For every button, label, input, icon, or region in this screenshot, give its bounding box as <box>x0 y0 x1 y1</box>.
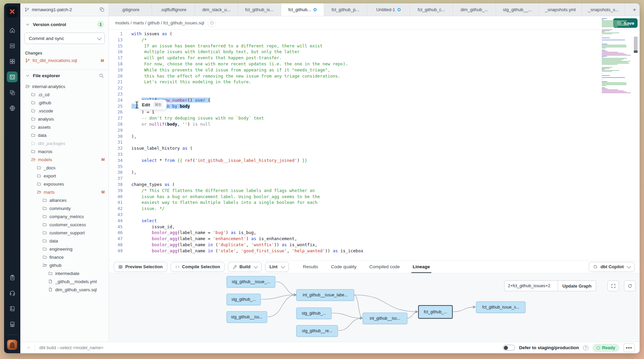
user-avatar[interactable] <box>7 340 17 350</box>
tree-item-dim_github_users.sql[interactable]: dim_github_users.sql <box>20 286 109 294</box>
tasks-icon[interactable] <box>7 272 18 283</box>
tree-item-github[interactable]: github <box>20 261 109 269</box>
docs-icon[interactable] <box>7 303 18 314</box>
environments-icon[interactable] <box>7 87 18 98</box>
file-tab-1[interactable]: .sqlfluffignore <box>152 3 195 16</box>
lineage-node-4[interactable]: stg_github_... <box>296 308 331 319</box>
result-tab-code-quality[interactable]: Code quality <box>331 260 357 273</box>
tree-item-label: exposures <box>44 182 64 187</box>
new-tab-button[interactable]: + <box>629 3 640 16</box>
file-tab-5[interactable]: fct_github_p... <box>324 3 367 16</box>
tree-item-analysis[interactable]: analysis <box>20 115 109 123</box>
fullscreen-button[interactable] <box>607 280 619 291</box>
tree-item-engineering[interactable]: engineering <box>20 245 109 253</box>
tree-item-exposures[interactable]: exposures <box>20 180 109 188</box>
result-tab-compiled-code[interactable]: Compiled code <box>369 260 400 273</box>
refresh-graph-button[interactable] <box>624 280 636 291</box>
changed-file-row[interactable]: fct_dbt_invocations.sqlM <box>20 56 109 65</box>
lineage-selector-input[interactable]: 2+fct_github_issues+2 <box>504 280 558 291</box>
dbt-copilot-button[interactable]: dbt Copilot <box>589 262 635 272</box>
tree-item-customer_success[interactable]: customer_success <box>20 220 109 229</box>
line-number: 27 <box>109 115 123 121</box>
command-input[interactable]: dbt build --select <model_name> <box>39 345 103 350</box>
search-icon[interactable] <box>99 73 104 78</box>
file-tab-10[interactable]: _snapshots.yml <box>539 3 582 16</box>
lint-button[interactable]: Lint <box>265 262 289 272</box>
tree-item-marts[interactable]: martsM <box>20 188 109 196</box>
update-graph-button[interactable]: Update Graph <box>558 280 596 291</box>
commit-and-sync-select[interactable]: Commit and sync <box>24 33 105 44</box>
tree-item-company_metrics[interactable]: company_metrics <box>20 212 109 220</box>
minimap[interactable] <box>602 18 631 93</box>
terminal-icon[interactable] <box>7 319 18 330</box>
preview-selection-button[interactable]: Preview Selection <box>114 262 167 272</box>
file-tab-3[interactable]: fct_github_is... <box>238 3 281 16</box>
tree-item-assets[interactable]: assets <box>20 123 109 131</box>
dashboard-icon[interactable] <box>7 56 18 67</box>
lineage-node-3[interactable]: int_github__issue_labe... <box>296 289 354 301</box>
edit-tooltip-shortcut: ⌘B <box>153 102 163 108</box>
copy-icon[interactable] <box>100 7 105 12</box>
tree-item-intermediate[interactable]: intermediate <box>20 269 109 277</box>
branch-selector[interactable]: mirnawong1-patch-2 <box>20 3 109 16</box>
tree-item-dbt_packages[interactable]: dbt_packages <box>20 139 109 147</box>
code-line-19: 19 While this prevents the old issue fro… <box>109 67 640 73</box>
defer-toggle[interactable] <box>503 345 515 351</box>
lineage-node-1[interactable]: stg_github_... <box>227 294 261 305</box>
lineage-node-5[interactable]: stg_github__re... <box>296 325 338 337</box>
file-tab-7[interactable]: fct_github_c... <box>410 3 453 16</box>
tree-item-data[interactable]: data <box>20 131 109 139</box>
edit-tooltip[interactable]: Edit ⌘B <box>138 100 167 110</box>
tree-item-label: customer_support <box>49 230 85 235</box>
file-tab-4[interactable]: fct_github... <box>281 3 324 16</box>
app-window: ✕ mirnawong1-patch-2 .gitignore.sqlfluff… <box>4 3 640 353</box>
file-tab-2[interactable]: dim_slack_u... <box>195 3 238 16</box>
file-tab-11[interactable]: _snapshots_s... <box>582 3 625 16</box>
tree-item-.ci_cd[interactable]: .ci_cd <box>20 90 109 99</box>
more-options-button[interactable]: ••• <box>623 343 635 352</box>
lineage-node-0[interactable]: stg_github__issue_... <box>227 276 275 288</box>
text-cursor-icon <box>135 102 139 108</box>
tree-item-.vscode[interactable]: .vscode <box>20 107 109 115</box>
result-tab-results[interactable]: Results <box>303 260 318 273</box>
projects-icon[interactable] <box>7 40 18 51</box>
home-icon[interactable] <box>7 25 18 36</box>
file-tab-8[interactable]: dim_github_... <box>453 3 496 16</box>
version-control-header[interactable]: Version control 1 <box>20 16 109 30</box>
tree-item-_github__models.yml[interactable]: _github__models.yml <box>20 277 109 286</box>
file-explorer-header[interactable]: File explorer <box>20 70 109 81</box>
code-editor[interactable]: 1with issues as (13 /*15 If an issue has… <box>109 30 640 260</box>
tree-item-.github[interactable]: .github <box>20 99 109 107</box>
result-tab-lineage[interactable]: Lineage <box>413 260 430 273</box>
code-line-40: 40 issue has a bug or enhancement label.… <box>109 194 640 200</box>
tree-item-data[interactable]: data <box>20 237 109 245</box>
expand-command-bar-icon[interactable] <box>26 345 31 350</box>
tree-item-_docs[interactable]: _docs <box>20 164 109 172</box>
tree-item-models[interactable]: modelsM <box>20 155 109 164</box>
lineage-node-2[interactable]: stg_github__iss... <box>227 311 267 323</box>
explore-icon[interactable] <box>7 103 18 113</box>
support-icon[interactable] <box>7 288 18 298</box>
divider <box>35 345 35 351</box>
help-icon[interactable]: ? <box>583 345 588 351</box>
tree-item-internal-analytics[interactable]: internal-analytics <box>20 82 109 90</box>
lineage-node-8[interactable]: fct_github_issue_s... <box>476 301 525 313</box>
tree-item-alliances[interactable]: alliances <box>20 196 109 204</box>
lineage-node-6[interactable]: int_github__iss... <box>363 313 407 324</box>
file-tab-0[interactable]: .gitignore <box>109 3 152 16</box>
tree-item-finance[interactable]: finance <box>20 253 109 261</box>
lineage-node-7[interactable]: fct_github_... <box>418 305 453 319</box>
tree-item-macros[interactable]: macros <box>20 147 109 155</box>
format-icon[interactable] <box>208 19 216 27</box>
scrollbar-thumb[interactable] <box>634 37 638 52</box>
dbt-logo-icon[interactable]: ✕ <box>6 6 18 18</box>
file-tab-9[interactable]: stg_github__... <box>496 3 539 16</box>
ide-icon[interactable] <box>7 71 18 82</box>
file-tab-6[interactable]: Untitled-1 <box>367 3 410 16</box>
tree-item-customer_support[interactable]: customer_support <box>20 229 109 237</box>
tree-item-export[interactable]: export <box>20 172 109 180</box>
build-button[interactable]: Build <box>228 262 262 272</box>
commit-label: Commit and sync <box>29 36 64 41</box>
compile-selection-button[interactable]: Compile Selection <box>171 262 225 272</box>
tree-item-community[interactable]: community <box>20 204 109 212</box>
